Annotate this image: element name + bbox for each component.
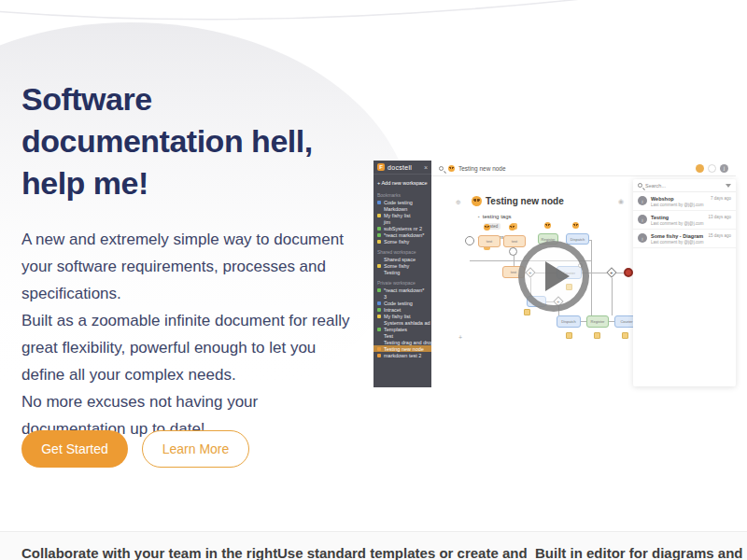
item-subtitle: Last comment by @j@j.com (651, 221, 705, 226)
sidebar-close-icon[interactable]: × (424, 164, 428, 171)
sidebar-item[interactable]: Some fishy (374, 238, 431, 245)
sidebar-item-label: Shared space (384, 257, 416, 262)
page-dot-icon (377, 214, 381, 217)
topbar-actions: j (696, 164, 736, 173)
sidebar-item[interactable]: markdown test 2 (374, 352, 431, 358)
list-item[interactable]: j Webshop Last comment by @j@j.com 7 day… (633, 192, 736, 211)
add-workspace-button[interactable]: + Add new workspace (374, 175, 431, 188)
sidebar-item-label: Test (384, 333, 393, 339)
diagram-gateway[interactable] (606, 267, 616, 277)
sidebar-item[interactable]: Some fishy (374, 262, 431, 269)
get-started-button[interactable]: Get Started (21, 430, 128, 468)
node-handle-icon[interactable]: ⊕ (456, 199, 461, 206)
sidebar-item[interactable]: jim (374, 218, 431, 225)
diagram-task-node[interactable]: Register (586, 315, 609, 328)
page-dot-icon (377, 308, 381, 312)
sidebar-item[interactable]: Code testing (374, 300, 431, 306)
docstell-logo-icon: F (377, 163, 385, 171)
search-input[interactable]: Search... (645, 183, 666, 189)
page-dot-icon (377, 301, 381, 305)
diagram-intermediate-event[interactable] (509, 247, 517, 256)
app-logo-row: F docstell × (374, 161, 431, 175)
sidebar-item-label: 3 (384, 294, 387, 300)
sidebar-item[interactable]: subSystems nr 2 (374, 225, 431, 231)
sidebar-item[interactable]: Testing (374, 269, 431, 275)
canvas-plus-icon[interactable]: + (458, 334, 462, 341)
search-icon (638, 183, 642, 188)
note-icon[interactable] (622, 332, 628, 339)
sidebar-item-active[interactable]: Testing new node (374, 345, 431, 352)
list-item[interactable]: j Some fishy - Diagram Last comment by @… (633, 230, 736, 248)
current-page-title: Testing new node (458, 165, 506, 172)
pin-icon[interactable]: ◉ (618, 198, 624, 205)
note-icon[interactable] (524, 309, 530, 315)
emoji-icon (448, 165, 455, 172)
cta-button-row: Get Started Learn More (21, 430, 249, 468)
diagram-task-node[interactable]: test (503, 235, 526, 247)
sidebar-item-label: My fishy list (384, 314, 410, 319)
sidebar-item[interactable]: Testing drag and drop (374, 339, 431, 345)
sidebar-item[interactable]: Test (374, 332, 431, 339)
diagram-task-node[interactable]: test (478, 235, 500, 247)
title-line: documentation hell, (21, 120, 376, 162)
sidebar-item-label: Templates (384, 327, 407, 332)
sidebar-item[interactable]: Code testing (374, 199, 431, 205)
sidebar-item-label: Intracet (384, 307, 401, 313)
sidebar-item[interactable]: Markdown (374, 205, 431, 212)
emoji-icon (544, 222, 551, 229)
sidebar-item-label: My fishy list (384, 213, 410, 218)
panel-search-row[interactable]: Search... (633, 179, 736, 192)
diagram-connector (612, 278, 613, 315)
description-line: No more excuses not having your (21, 388, 376, 415)
sidebar-item-label: markdown test 2 (384, 353, 421, 358)
page-dot-icon (377, 201, 381, 204)
sidebar-item[interactable]: My fishy list (374, 313, 431, 319)
notification-icon[interactable] (696, 164, 704, 173)
learn-more-button[interactable]: Learn More (142, 430, 249, 468)
note-icon[interactable] (594, 332, 600, 339)
sidebar-item[interactable]: Intracet (374, 306, 431, 313)
filter-icon[interactable] (726, 184, 731, 188)
avatar: j (638, 196, 647, 205)
app-preview-video[interactable]: F docstell × + Add new workspace Bookmar… (374, 161, 736, 387)
avatar: j (638, 215, 647, 224)
page-dot-icon (377, 354, 381, 357)
diagram-end-event[interactable] (624, 268, 633, 277)
title-line: Software (21, 78, 376, 120)
feature-heading: Built in editor for diagrams and UI (535, 545, 747, 560)
sidebar-item[interactable]: 3 (374, 293, 431, 300)
avatar[interactable]: j (720, 164, 728, 173)
sidebar-item[interactable]: *react markdown* (374, 231, 431, 238)
list-item[interactable]: j Testing Last comment by @j@j.com 13 da… (633, 211, 736, 230)
sidebar-item-label: subSystems nr 2 (384, 226, 422, 231)
app-topbar: Testing new node j (431, 161, 736, 176)
sidebar-item-label: *react markdown* (384, 287, 424, 293)
item-title: Testing (651, 215, 705, 220)
diagram-start-event[interactable] (465, 236, 474, 245)
description-line: A new and extremely simple way to docume… (21, 226, 376, 253)
sidebar-item-label: Markdown (384, 206, 407, 212)
sidebar-item-label: Code testing (384, 301, 413, 306)
search-icon[interactable] (439, 166, 444, 171)
sidebar-item[interactable]: Shared space (374, 256, 431, 262)
sidebar-item[interactable]: Systems ashlada ad a (374, 319, 431, 326)
page-dot-icon (377, 240, 381, 244)
page-dot-icon (377, 227, 381, 231)
page-dot-icon (377, 315, 381, 318)
help-icon[interactable] (708, 164, 716, 173)
sidebar-item[interactable]: Templates (374, 326, 431, 332)
diagram-task-node[interactable]: Dispatch (566, 233, 589, 245)
page-dot-icon (377, 328, 381, 331)
canvas-heading: Testing new node (486, 196, 564, 206)
sidebar-item-label: Testing (384, 270, 400, 275)
diagram-task-node[interactable]: Dispatch (557, 315, 581, 328)
sidebar-item[interactable]: *react markdown* (374, 287, 431, 293)
sidebar-item[interactable]: My fishy list (374, 212, 431, 218)
feature-heading: Use standard templates or create and (277, 545, 528, 560)
video-play-button[interactable] (518, 241, 589, 312)
page-dot-icon (377, 347, 381, 351)
sidebar-item-label: Testing drag and drop (384, 340, 431, 345)
description-line: Built as a zoomable infinite document fo… (21, 307, 376, 334)
app-logo-text: docstell (388, 164, 424, 171)
note-icon[interactable] (566, 332, 572, 339)
